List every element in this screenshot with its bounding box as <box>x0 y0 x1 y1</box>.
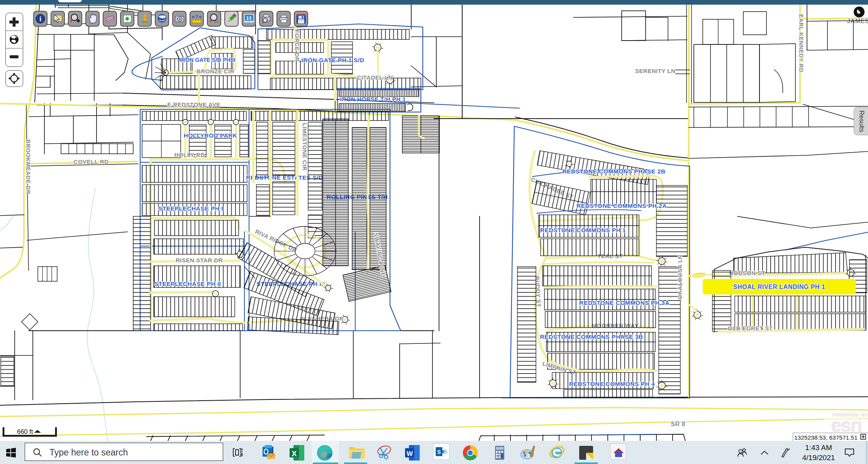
svg-text:REDSTONE COMMONS PHASE 2B: REDSTONE COMMONS PHASE 2B <box>562 168 665 175</box>
svg-text:JAMES: JAMES <box>847 18 868 24</box>
svg-text:HOLLY RD: HOLLY RD <box>174 151 205 158</box>
svg-text:REDSTONE COMMONS PH 2A: REDSTONE COMMONS PH 2A <box>576 202 667 209</box>
svg-text:X: X <box>292 449 297 458</box>
svg-text:660 ft: 660 ft <box>17 428 33 435</box>
svg-text:SHOAL RIVER LANDING PH 1: SHOAL RIVER LANDING PH 1 <box>733 284 825 290</box>
svg-text:LIMESTONE CIR: LIMESTONE CIR <box>302 123 308 171</box>
svg-text:OLD EGRET ST: OLD EGRET ST <box>728 325 773 331</box>
svg-text:STEEPLECHASE PH I: STEEPLECHASE PH I <box>158 205 223 212</box>
svg-text:W: W <box>407 450 413 457</box>
svg-text:EARL KENNEDY RD: EARL KENNEDY RD <box>798 14 805 72</box>
svg-text:STEEPLECHASE PH II: STEEPLECHASE PH II <box>154 280 221 287</box>
svg-text:XY: XY <box>214 20 219 24</box>
svg-text:S: S <box>437 449 441 455</box>
svg-text:REDSTONE COMMONS PHASE 3B: REDSTONE COMMONS PHASE 3B <box>540 333 643 340</box>
svg-text:COVELL RD: COVELL RD <box>74 158 109 165</box>
svg-text:HOLLYROD PARK: HOLLYROD PARK <box>183 132 237 139</box>
svg-text:i: i <box>39 15 41 23</box>
svg-text:BRONZE CIR: BRONZE CIR <box>197 68 234 75</box>
svg-text:E REDSTONE AVE: E REDSTONE AVE <box>167 101 220 108</box>
svg-text:FORCE DR: FORCE DR <box>294 30 300 61</box>
svg-text:REDSTONE COMMONS PH 3A: REDSTONE COMMONS PH 3A <box>579 299 670 306</box>
svg-text:SR 8: SR 8 <box>671 421 685 427</box>
svg-text:OKALOOSA LN: OKALOOSA LN <box>676 255 683 299</box>
svg-text:SERENITY LN: SERENITY LN <box>635 68 675 74</box>
svg-text:REDSTONE COMMONS PH 4: REDSTONE COMMONS PH 4 <box>569 381 655 387</box>
svg-text:IRON GATE S/D PH II: IRON GATE S/D PH II <box>180 57 235 63</box>
svg-text:RISEN STAR DR: RISEN STAR DR <box>176 257 223 263</box>
svg-text:CITADEL LN: CITADEL LN <box>357 74 393 81</box>
svg-text:IRON GATE PH 1 S/D: IRON GATE PH 1 S/D <box>302 57 364 63</box>
svg-text:REDSTONE COMMONS PH 1: REDSTONE COMMONS PH 1 <box>540 227 626 233</box>
svg-text:?: ? <box>195 14 198 20</box>
svg-text:HOBSON ST: HOBSON ST <box>729 270 765 276</box>
svg-text:BROOKMEADE DR: BROOKMEADE DR <box>25 139 32 194</box>
